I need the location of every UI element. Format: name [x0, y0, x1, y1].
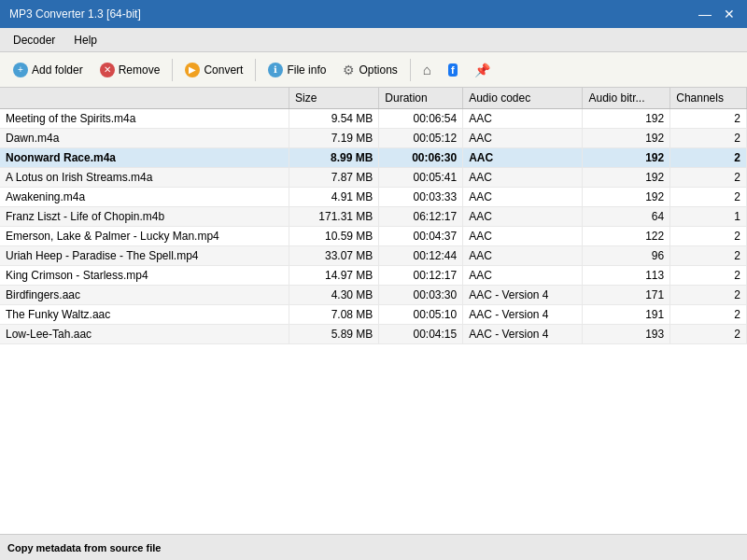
cell-channels: 2 [670, 286, 747, 305]
minimize-button[interactable]: — [697, 7, 713, 21]
menu-help[interactable]: Help [66, 31, 105, 49]
header-bitrate[interactable]: Audio bitr... [583, 88, 670, 109]
cell-bitrate: 193 [583, 325, 670, 344]
convert-icon: ▶ [185, 63, 200, 77]
remove-icon: ✕ [100, 63, 115, 77]
cell-size: 14.97 MB [289, 266, 379, 286]
cell-bitrate: 192 [583, 109, 670, 129]
add-folder-label: Add folder [32, 63, 83, 77]
cell-channels: 2 [670, 168, 747, 188]
file-info-icon: ℹ [268, 63, 283, 77]
facebook-button[interactable]: f [441, 60, 465, 80]
separator-3 [410, 59, 411, 81]
cell-name: Uriah Heep - Paradise - The Spell.mp4 [0, 246, 289, 266]
cell-size: 8.99 MB [289, 148, 379, 168]
cell-duration: 06:12:17 [379, 207, 463, 227]
status-bar: Copy metadata from source file [0, 534, 747, 560]
table-row[interactable]: Franz Liszt - Life of Chopin.m4b 171.31 … [0, 207, 747, 227]
cell-channels: 1 [670, 207, 747, 227]
table-row[interactable]: Uriah Heep - Paradise - The Spell.mp4 33… [0, 246, 747, 266]
table-row[interactable]: A Lotus on Irish Streams.m4a 7.87 MB 00:… [0, 168, 747, 188]
pin-button[interactable]: 📌 [467, 59, 498, 81]
menu-bar: Decoder Help [0, 28, 747, 52]
cell-name: Emerson, Lake & Palmer - Lucky Man.mp4 [0, 227, 289, 246]
header-duration[interactable]: Duration [379, 88, 463, 109]
close-button[interactable]: ✕ [721, 7, 738, 21]
cell-name: Low-Lee-Tah.aac [0, 325, 289, 344]
cell-duration: 00:05:41 [379, 168, 463, 188]
cell-name: King Crimson - Starless.mp4 [0, 266, 289, 286]
home-icon: ⌂ [423, 62, 431, 77]
header-name[interactable] [0, 88, 289, 109]
header-channels[interactable]: Channels [670, 88, 747, 109]
cell-bitrate: 171 [583, 286, 670, 305]
cell-channels: 2 [670, 325, 747, 344]
header-codec[interactable]: Audio codec [463, 88, 583, 109]
separator-1 [172, 59, 173, 81]
cell-channels: 2 [670, 266, 747, 286]
cell-codec: AAC - Version 4 [463, 305, 583, 325]
table-row[interactable]: The Funky Waltz.aac 7.08 MB 00:05:10 AAC… [0, 305, 747, 325]
cell-size: 7.08 MB [289, 305, 379, 325]
cell-duration: 00:12:44 [379, 246, 463, 266]
file-info-label: File info [287, 63, 326, 77]
table-row[interactable]: Awakening.m4a 4.91 MB 00:03:33 AAC 192 2 [0, 188, 747, 207]
cell-bitrate: 191 [583, 305, 670, 325]
convert-button[interactable]: ▶ Convert [177, 59, 250, 81]
options-button[interactable]: ⚙ Options [335, 59, 404, 81]
cell-channels: 2 [670, 109, 747, 129]
cell-bitrate: 122 [583, 227, 670, 246]
cell-codec: AAC [463, 207, 583, 227]
facebook-icon: f [448, 63, 458, 77]
add-folder-icon: + [13, 63, 28, 77]
table-row[interactable]: Emerson, Lake & Palmer - Lucky Man.mp4 1… [0, 227, 747, 246]
cell-codec: AAC [463, 266, 583, 286]
cell-name: A Lotus on Irish Streams.m4a [0, 168, 289, 188]
cell-bitrate: 96 [583, 246, 670, 266]
cell-codec: AAC - Version 4 [463, 325, 583, 344]
cell-name: Meeting of the Spirits.m4a [0, 109, 289, 129]
table-row[interactable]: Noonward Race.m4a 8.99 MB 00:06:30 AAC 1… [0, 148, 747, 168]
cell-name: The Funky Waltz.aac [0, 305, 289, 325]
cell-size: 4.91 MB [289, 188, 379, 207]
table-body: Meeting of the Spirits.m4a 9.54 MB 00:06… [0, 109, 747, 344]
cell-size: 33.07 MB [289, 246, 379, 266]
app-title: MP3 Converter 1.3 [64-bit] [9, 7, 141, 21]
table-row[interactable]: Meeting of the Spirits.m4a 9.54 MB 00:06… [0, 109, 747, 129]
cell-channels: 2 [670, 305, 747, 325]
cell-channels: 2 [670, 227, 747, 246]
toolbar: + Add folder ✕ Remove ▶ Convert ℹ File i… [0, 52, 747, 88]
add-folder-button[interactable]: + Add folder [6, 59, 91, 81]
header-size[interactable]: Size [289, 88, 379, 109]
cell-bitrate: 113 [583, 266, 670, 286]
cell-duration: 00:03:33 [379, 188, 463, 207]
file-list-container[interactable]: Size Duration Audio codec Audio bitr... … [0, 88, 747, 534]
cell-duration: 00:04:15 [379, 325, 463, 344]
table-row[interactable]: King Crimson - Starless.mp4 14.97 MB 00:… [0, 266, 747, 286]
menu-decoder[interactable]: Decoder [6, 31, 63, 49]
cell-channels: 2 [670, 148, 747, 168]
cell-size: 7.19 MB [289, 129, 379, 148]
cell-bitrate: 64 [583, 207, 670, 227]
cell-bitrate: 192 [583, 148, 670, 168]
remove-label: Remove [119, 63, 161, 77]
cell-bitrate: 192 [583, 129, 670, 148]
table-row[interactable]: Low-Lee-Tah.aac 5.89 MB 00:04:15 AAC - V… [0, 325, 747, 344]
home-button[interactable]: ⌂ [416, 58, 439, 81]
options-icon: ⚙ [343, 63, 355, 77]
cell-size: 7.87 MB [289, 168, 379, 188]
cell-codec: AAC [463, 109, 583, 129]
table-row[interactable]: Birdfingers.aac 4.30 MB 00:03:30 AAC - V… [0, 286, 747, 305]
file-info-button[interactable]: ℹ File info [261, 59, 333, 81]
cell-name: Dawn.m4a [0, 129, 289, 148]
remove-button[interactable]: ✕ Remove [92, 59, 168, 81]
cell-size: 4.30 MB [289, 286, 379, 305]
cell-name: Noonward Race.m4a [0, 148, 289, 168]
cell-channels: 2 [670, 129, 747, 148]
table-row[interactable]: Dawn.m4a 7.19 MB 00:05:12 AAC 192 2 [0, 129, 747, 148]
cell-size: 9.54 MB [289, 109, 379, 129]
cell-bitrate: 192 [583, 168, 670, 188]
cell-channels: 2 [670, 246, 747, 266]
title-controls: — ✕ [697, 7, 738, 21]
cell-size: 5.89 MB [289, 325, 379, 344]
